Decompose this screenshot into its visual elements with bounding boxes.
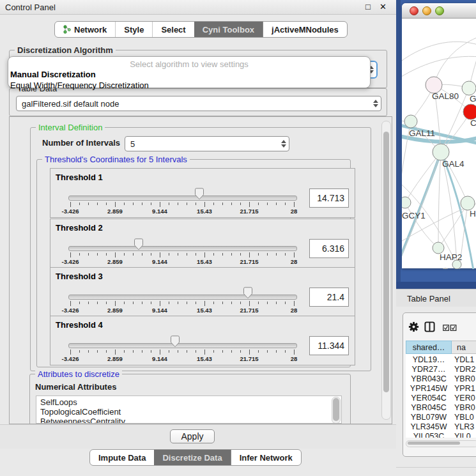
cell-shared-name[interactable]: YDR27…	[406, 365, 452, 374]
cell-name[interactable]: YPR1	[454, 384, 476, 394]
table-row[interactable]: YPR145WYPR1	[406, 384, 476, 394]
table-row[interactable]: YBR045CYBR0	[406, 403, 476, 413]
slider-tick	[187, 253, 187, 256]
float-window-icon[interactable]: □	[365, 2, 371, 12]
cell-name[interactable]: YDR2	[454, 365, 476, 374]
slider-thumb[interactable]	[171, 335, 180, 348]
threshold-value-field[interactable]: 11.344	[309, 336, 349, 355]
cell-shared-name[interactable]: YIL053C	[406, 432, 452, 438]
checkbox-pair-icon[interactable]	[443, 324, 457, 334]
network-edge[interactable]	[402, 56, 476, 81]
slider-track[interactable]	[68, 343, 297, 348]
mac-minimize-icon[interactable]	[422, 6, 431, 15]
mac-zoom-icon[interactable]	[435, 6, 444, 15]
tab-select[interactable]: Select	[152, 22, 194, 37]
cell-name[interactable]: YBR0	[454, 403, 476, 413]
tab-infer-network[interactable]: Infer Network	[231, 450, 301, 465]
tab-impute-data[interactable]: Impute Data	[90, 450, 154, 465]
combo-stepper-icon[interactable]	[279, 140, 289, 148]
threshold-label: Threshold 2	[56, 223, 103, 233]
table-row[interactable]: YDL19…YDL1	[406, 355, 476, 365]
threshold-value-field[interactable]: 14.713	[309, 188, 349, 208]
table-data-combobox[interactable]: galFiltered.sif default node	[16, 96, 381, 111]
option-manual-discretization[interactable]: Manual Discretization	[8, 69, 370, 80]
gear-icon[interactable]	[408, 321, 420, 335]
network-edge[interactable]	[438, 203, 468, 248]
node-small[interactable]	[452, 260, 461, 269]
attributes-list-scrollbar[interactable]	[332, 397, 341, 424]
option-equal-width-frequency[interactable]: Equal Width/Frequency Discretization	[8, 80, 370, 91]
slider-tick	[115, 349, 116, 355]
slider-tick	[204, 349, 205, 355]
node-table[interactable]: shared… na YDL19…YDL1YDR27…YDR2YBR043CYB…	[406, 341, 476, 438]
table-row[interactable]: YLR345WYLR3	[406, 422, 476, 432]
network-canvas[interactable]: GAL80GACGAL11GAL4GCY1HHAP2	[402, 19, 476, 269]
table-row[interactable]: YIL053CYIL0	[406, 432, 476, 438]
slider-track[interactable]	[68, 246, 297, 251]
network-edge[interactable]	[441, 152, 473, 269]
attributes-group-title: Attributes to discretize	[35, 369, 122, 379]
table-hscrollbar[interactable]	[406, 440, 476, 447]
tab-jactivemnodules[interactable]: jActiveMNodules	[263, 22, 347, 37]
cell-name[interactable]: YLR3	[454, 422, 476, 432]
attribute-item[interactable]: TopologicalCoefficient	[36, 407, 341, 417]
table-row[interactable]: YBR043CYBR0	[406, 374, 476, 384]
table-row[interactable]: YER054CYER0	[406, 394, 476, 403]
table-hscrollbar-thumb[interactable]	[408, 441, 460, 445]
cell-name[interactable]: YDL1	[454, 355, 476, 365]
cell-name[interactable]: YBR0	[454, 374, 476, 384]
cell-name[interactable]: YIL0	[454, 432, 476, 438]
table-row[interactable]: YDR27…YDR2	[406, 365, 476, 374]
slider-tick-label: 28	[280, 208, 308, 215]
tab-cyni-toolbox[interactable]: Cyni Toolbox	[194, 22, 263, 37]
tab-style[interactable]: Style	[115, 22, 152, 37]
cell-shared-name[interactable]: YPR145W	[406, 384, 452, 394]
attribute-item[interactable]: SelfLoops	[36, 397, 341, 407]
node-selected-red[interactable]	[463, 104, 476, 119]
node-H[interactable]	[461, 196, 475, 210]
cell-shared-name[interactable]: YER054C	[406, 394, 452, 403]
numerical-attributes-list[interactable]: SelfLoopsTopologicalCoefficientBetweenne…	[36, 395, 342, 424]
cell-shared-name[interactable]: YDL19…	[406, 355, 452, 365]
apply-button[interactable]: Apply	[170, 429, 215, 443]
mac-close-icon[interactable]	[410, 6, 418, 15]
cell-name[interactable]: YER0	[454, 394, 476, 403]
table-row[interactable]: YBL079WYBL0	[406, 413, 476, 422]
network-edge[interactable]	[402, 42, 476, 66]
attribute-item[interactable]: BetweennessCentrality	[36, 417, 341, 424]
network-edge[interactable]	[405, 203, 438, 248]
slider-thumb[interactable]	[243, 287, 252, 299]
cell-shared-name[interactable]: YBL079W	[406, 413, 452, 422]
split-columns-icon[interactable]	[424, 321, 435, 334]
close-panel-icon[interactable]: ✕	[380, 2, 387, 12]
node-GAL4[interactable]	[433, 144, 449, 160]
cell-name[interactable]: YBL0	[454, 413, 476, 422]
tab-network[interactable]: Network	[55, 22, 115, 37]
cell-shared-name[interactable]: YBR043C	[406, 374, 452, 384]
tab-discretize-data[interactable]: Discretize Data	[154, 450, 230, 465]
settings-panel-scrollbar[interactable]	[381, 121, 391, 420]
slider-thumb[interactable]	[195, 188, 204, 200]
slider-track[interactable]	[68, 196, 297, 201]
cell-shared-name[interactable]: YLR345W	[406, 422, 452, 432]
slider-thumb[interactable]	[134, 238, 143, 250]
cell-shared-name[interactable]: YBR045C	[406, 403, 452, 413]
node-GCY1[interactable]	[402, 197, 411, 208]
combo-stepper-icon[interactable]	[371, 100, 381, 107]
network-window-titlebar	[402, 3, 476, 19]
node-GAL11[interactable]	[404, 115, 417, 128]
column-header-name[interactable]: na	[452, 341, 476, 354]
slider-tick	[222, 350, 223, 353]
node-GA-label: GA	[470, 94, 476, 104]
slider-track[interactable]	[68, 295, 297, 300]
threshold-value-field[interactable]: 21.4	[309, 288, 349, 307]
slider-tick	[133, 253, 134, 256]
scrollbar-thumb[interactable]	[383, 132, 389, 392]
column-header-shared-name[interactable]: shared…	[406, 341, 452, 354]
node-GA[interactable]	[462, 81, 476, 95]
number-of-intervals-combobox[interactable]: 5	[125, 136, 289, 151]
threshold-value-field[interactable]: 6.316	[309, 239, 349, 258]
node-edge[interactable]	[440, 268, 450, 269]
network-edge[interactable]	[405, 152, 441, 203]
slider-tick	[196, 302, 196, 304]
